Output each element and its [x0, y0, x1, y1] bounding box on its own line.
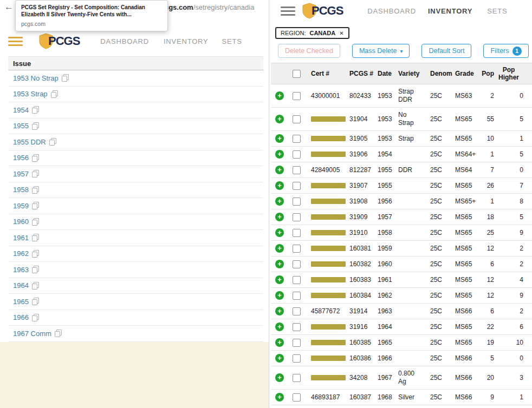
copy-icon[interactable] — [32, 106, 39, 114]
copy-icon[interactable] — [51, 90, 58, 98]
issue-link[interactable]: 1955 DDR — [13, 138, 46, 146]
pcgs-cell: 31910 — [347, 229, 376, 237]
issue-link[interactable]: 1956 — [13, 154, 29, 162]
row-checkbox[interactable] — [293, 339, 301, 347]
row-checkbox[interactable] — [293, 182, 301, 190]
header-grade[interactable]: Grade — [453, 70, 480, 78]
copy-icon[interactable] — [32, 202, 39, 209]
nav-inventory[interactable]: INVENTORY — [164, 37, 209, 45]
close-icon[interactable]: ✕ — [339, 30, 343, 36]
copy-icon[interactable] — [32, 250, 39, 258]
issue-link[interactable]: 1959 — [13, 202, 29, 210]
add-icon[interactable]: + — [275, 197, 284, 206]
copy-icon[interactable] — [32, 186, 39, 194]
hamburger-menu-icon[interactable] — [281, 6, 295, 16]
issue-link[interactable]: 1961 — [13, 234, 29, 242]
address-bar[interactable]: pcgs.com/setregistry/canadia — [160, 3, 269, 11]
add-icon[interactable]: + — [275, 134, 284, 143]
copy-icon[interactable] — [55, 330, 62, 337]
nav-inventory[interactable]: INVENTORY — [428, 7, 472, 15]
issue-link[interactable]: 1962 — [13, 249, 29, 258]
row-checkbox[interactable] — [293, 135, 301, 143]
copy-icon[interactable] — [32, 298, 39, 305]
row-checkbox[interactable] — [293, 198, 301, 206]
header-pcgs[interactable]: PCGS # — [347, 70, 376, 78]
add-icon[interactable]: + — [275, 244, 284, 253]
add-icon[interactable]: + — [275, 115, 284, 123]
copy-icon[interactable] — [32, 218, 39, 226]
nav-sets[interactable]: SETS — [487, 7, 507, 15]
add-icon[interactable]: + — [275, 291, 284, 300]
copy-icon[interactable] — [32, 154, 39, 162]
mass-delete-button[interactable]: Mass Delete ▾ — [352, 44, 410, 58]
pcgs-logo[interactable]: PCGS — [302, 3, 343, 19]
copy-icon[interactable] — [32, 282, 39, 289]
copy-icon[interactable] — [32, 314, 39, 321]
issue-link[interactable]: 1967 Comm — [13, 330, 51, 338]
issue-link[interactable]: 1965 — [13, 298, 29, 306]
copy-icon[interactable] — [32, 266, 39, 273]
add-icon[interactable]: + — [275, 393, 284, 402]
copy-icon[interactable] — [32, 234, 39, 241]
filters-button[interactable]: Filters 1 — [483, 44, 528, 58]
header-denom[interactable]: Denom — [426, 70, 453, 78]
nav-sets[interactable]: SETS — [222, 37, 242, 45]
tab-preview-tooltip: PCGS Set Registry - Set Composition: Can… — [15, 0, 168, 31]
row-checkbox[interactable] — [293, 92, 301, 100]
add-icon[interactable]: + — [275, 228, 284, 237]
pcgs-logo[interactable]: PCGS — [39, 33, 80, 49]
issue-link[interactable]: 1953 No Strap — [13, 74, 59, 82]
issue-link[interactable]: 1966 — [13, 313, 29, 321]
add-icon[interactable]: + — [275, 338, 284, 347]
row-checkbox[interactable] — [293, 229, 301, 237]
add-icon[interactable]: + — [275, 213, 284, 221]
issue-link[interactable]: 1958 — [13, 186, 29, 194]
copy-icon[interactable] — [32, 170, 39, 177]
issue-link[interactable]: 1963 — [13, 266, 29, 274]
row-checkbox[interactable] — [293, 150, 301, 159]
row-checkbox[interactable] — [293, 115, 301, 123]
add-icon[interactable]: + — [275, 91, 284, 100]
back-icon[interactable]: ← — [4, 2, 14, 12]
add-icon[interactable]: + — [275, 354, 284, 363]
row-checkbox[interactable] — [293, 260, 301, 268]
header-date[interactable]: Date — [376, 70, 395, 78]
header-pop-higher[interactable]: Pop Higher — [495, 66, 528, 81]
add-icon[interactable]: + — [275, 150, 284, 159]
row-checkbox[interactable] — [293, 292, 301, 300]
delete-checked-button[interactable]: Delete Checked — [278, 44, 340, 58]
add-icon[interactable]: + — [275, 307, 284, 315]
row-checkbox[interactable] — [293, 166, 301, 174]
hamburger-menu-icon[interactable] — [8, 37, 23, 46]
row-checkbox[interactable] — [293, 393, 301, 402]
row-checkbox[interactable] — [293, 245, 301, 253]
issue-link[interactable]: 1964 — [13, 281, 29, 289]
header-variety[interactable]: Variety — [395, 70, 426, 78]
issue-link[interactable]: 1957 — [13, 170, 29, 178]
select-all-checkbox[interactable] — [293, 70, 301, 78]
header-pop[interactable]: Pop — [480, 70, 495, 78]
row-checkbox[interactable] — [293, 323, 301, 331]
row-checkbox[interactable] — [293, 276, 301, 284]
add-icon[interactable]: + — [275, 275, 284, 284]
issue-link[interactable]: 1954 — [13, 106, 29, 114]
default-sort-button[interactable]: Default Sort — [421, 44, 471, 58]
row-checkbox[interactable] — [293, 374, 301, 382]
add-icon[interactable]: + — [275, 323, 284, 331]
add-icon[interactable]: + — [275, 166, 284, 174]
nav-dashboard[interactable]: DASHBOARD — [367, 7, 416, 15]
copy-icon[interactable] — [32, 122, 39, 130]
header-cert[interactable]: Cert # — [304, 70, 347, 78]
row-checkbox[interactable] — [293, 307, 301, 315]
issue-link[interactable]: 1955 — [13, 122, 29, 130]
copy-icon[interactable] — [62, 74, 69, 82]
nav-dashboard[interactable]: DASHBOARD — [100, 37, 149, 45]
add-icon[interactable]: + — [275, 181, 284, 190]
copy-icon[interactable] — [49, 138, 56, 146]
add-icon[interactable]: + — [275, 373, 284, 382]
add-icon[interactable]: + — [275, 260, 284, 268]
issue-link[interactable]: 1960 — [13, 218, 29, 226]
issue-link[interactable]: 1953 Strap — [13, 90, 48, 98]
row-checkbox[interactable] — [293, 213, 301, 221]
row-checkbox[interactable] — [293, 354, 301, 363]
